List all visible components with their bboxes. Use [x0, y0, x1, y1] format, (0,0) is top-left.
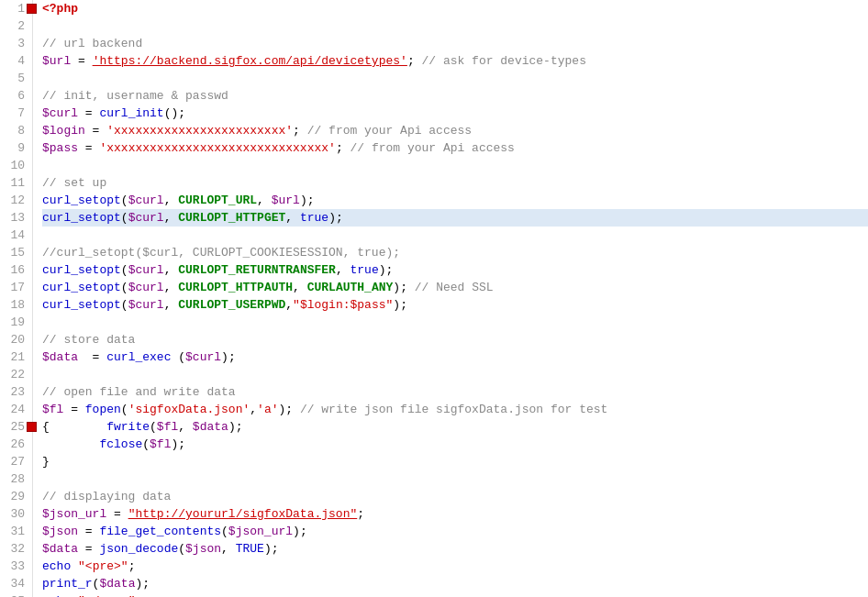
code-line: echo "<pre>";	[42, 558, 868, 575]
code-line: echo "</pre>";	[42, 592, 868, 597]
line-number: 10	[7, 157, 25, 174]
token-plain: ();	[164, 106, 185, 120]
token-plain: (	[178, 542, 185, 556]
line-number: 1	[7, 0, 25, 17]
token-plain: ;	[293, 124, 307, 138]
code-line: $url = 'https://backend.sigfox.com/api/d…	[42, 52, 868, 70]
line-number: 9	[7, 139, 25, 157]
code-line	[42, 366, 868, 383]
token-plain: (	[171, 350, 185, 364]
token-plain: ,	[164, 281, 179, 294]
token-plain: (	[150, 420, 157, 434]
token-plain: ,	[285, 211, 300, 225]
token-plain: =	[78, 106, 99, 120]
error-box-icon[interactable]	[27, 422, 37, 432]
token-function: fwrite	[106, 420, 150, 434]
token-plain: ;	[407, 54, 422, 68]
token-php-tag: <?php	[42, 2, 78, 16]
token-function: curl_setopt	[42, 211, 121, 225]
code-line: }	[42, 453, 868, 470]
token-keyword: TRUE	[236, 542, 264, 556]
token-variable: $curl	[128, 281, 164, 294]
token-plain: =	[85, 124, 106, 138]
code-content[interactable]: <?php // url backend$url = 'https://back…	[33, 0, 868, 597]
token-plain: );	[379, 263, 394, 277]
token-comment: // write json file sigfoxData.json for t…	[300, 403, 607, 416]
token-plain: );	[221, 350, 236, 364]
token-constant: CURLOPT_HTTPGET	[178, 211, 285, 225]
token-function: curl_setopt	[42, 193, 121, 207]
line-number: 7	[7, 105, 25, 122]
code-line: <?php	[42, 0, 868, 17]
token-plain: ,	[221, 542, 236, 556]
code-line: $fl = fopen('sigfoxData.json','a'); // w…	[42, 401, 868, 418]
line-number: 30	[7, 505, 25, 523]
token-variable: $data	[42, 542, 78, 556]
token-function: curl_setopt	[42, 281, 121, 294]
line-number: 26	[7, 436, 25, 453]
code-line: // store data	[42, 331, 868, 348]
code-line: curl_setopt($curl, CURLOPT_HTTPGET, true…	[42, 209, 868, 227]
token-plain: (	[121, 211, 128, 225]
token-plain: );	[171, 437, 185, 451]
code-line: $data = curl_exec ($curl);	[42, 348, 868, 366]
code-line	[42, 314, 868, 331]
line-number: 19	[7, 314, 25, 331]
line-number-gutter: 1234567891011121314151617181920212223242…	[0, 0, 33, 597]
token-keyword: true	[351, 263, 379, 277]
token-plain: ;	[357, 507, 364, 521]
token-variable: $data	[193, 420, 228, 434]
token-plain: (	[121, 263, 128, 277]
line-number: 12	[7, 192, 25, 209]
line-number: 21	[7, 348, 25, 366]
token-comment: // from your Api access	[307, 124, 472, 138]
error-box-icon-1[interactable]	[27, 4, 37, 14]
token-variable: $json	[185, 542, 221, 556]
line-number: 24	[7, 401, 25, 418]
line-number: 31	[7, 523, 25, 540]
token-function: curl_setopt	[42, 263, 121, 277]
code-line: $login = 'xxxxxxxxxxxxxxxxxxxxxxxx'; // …	[42, 122, 868, 139]
token-comment: // Need SSL	[415, 281, 494, 294]
token-variable: $json_url	[228, 525, 293, 538]
token-plain	[42, 437, 99, 451]
line-number: 3	[7, 35, 25, 52]
code-line: $data = json_decode($json, TRUE);	[42, 540, 868, 558]
token-function: json_decode	[99, 542, 178, 556]
token-plain: =	[63, 403, 84, 416]
token-variable: $url	[272, 193, 300, 207]
code-line	[42, 157, 868, 174]
token-constant: CURLOPT_USERPWD	[178, 298, 285, 312]
token-plain: (	[121, 281, 128, 294]
token-comment: // ask for device-types	[422, 54, 586, 68]
token-plain: =	[106, 507, 128, 521]
code-line: $curl = curl_init();	[42, 105, 868, 122]
line-number: 23	[7, 383, 25, 401]
token-comment: // displaying data	[42, 490, 171, 503]
token-plain: );	[300, 193, 315, 207]
token-plain: );	[393, 298, 407, 312]
token-string: "<pre>"	[78, 559, 128, 573]
code-line: // url backend	[42, 35, 868, 52]
token-plain: =	[71, 54, 92, 68]
code-line: curl_setopt($curl, CURLOPT_RETURNTRANSFE…	[42, 261, 868, 279]
token-plain: ,	[164, 263, 179, 277]
token-function: fclose	[99, 437, 142, 451]
token-function: echo	[42, 559, 71, 573]
code-line	[42, 17, 868, 35]
token-plain: =	[78, 542, 99, 556]
line-number: 4	[7, 52, 25, 70]
token-plain: ,	[293, 281, 307, 294]
token-plain: ,	[336, 263, 351, 277]
token-variable: $pass	[42, 141, 78, 155]
code-line: $json_url = "http://yoururl/sigfoxData.j…	[42, 505, 868, 523]
line-number: 27	[7, 453, 25, 470]
line-number: 29	[7, 488, 25, 505]
token-constant: CURLOPT_URL	[178, 193, 257, 207]
token-variable: $json_url	[42, 507, 106, 521]
token-string-link: "http://yoururl/sigfoxData.json"	[128, 507, 358, 521]
token-plain: (	[221, 525, 228, 538]
code-line: print_r($data);	[42, 575, 868, 592]
token-plain: }	[42, 455, 50, 469]
token-variable: $curl	[185, 350, 221, 364]
